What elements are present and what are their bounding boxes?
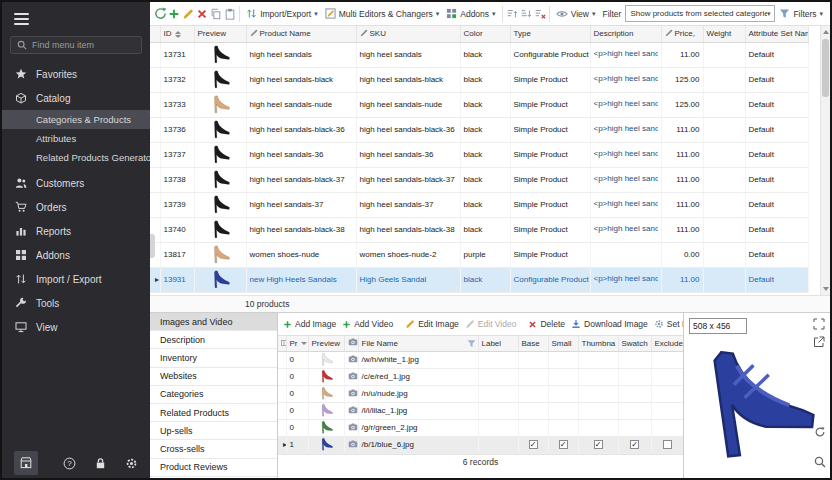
delete-product-button[interactable] [196,4,209,24]
filters-menu[interactable]: Filters▾ [776,6,826,21]
column-header-sku[interactable]: SKU [356,26,460,42]
column-header-file-name[interactable]: File Name [358,336,478,351]
sidebar-item-categories-products[interactable]: Categories & Products [2,110,150,129]
sidebar-item-favorites[interactable]: Favorites [2,62,150,86]
product-row[interactable]: 13817 women shoes-nude women shoes-nude-… [150,242,808,267]
column-header-weight[interactable]: Weight [703,26,745,42]
settings-button[interactable] [125,457,138,470]
delete-image-button[interactable]: Delete [526,317,567,331]
sidebar-item-tools[interactable]: Tools [2,291,150,315]
detail-tab[interactable]: Inventory [150,349,277,367]
addons-menu[interactable]: Addons▾ [443,6,498,21]
column-header-label[interactable]: Label [478,336,518,351]
sidebar-search-input[interactable] [32,40,135,50]
detail-tab[interactable]: Up-sells [150,422,277,440]
media-row[interactable]: 0 /w/h/white_1.jpg [278,351,683,368]
product-row[interactable]: 13733 high heel sandals-nude high heel s… [150,92,808,117]
fullscreen-button[interactable] [813,318,825,330]
column-header-base[interactable]: Base [518,336,548,351]
product-row[interactable]: 13737 high heel sandals-36 high heel san… [150,142,808,167]
product-row[interactable]: 13738 high heel sandals-black-37 high he… [150,167,808,192]
sidebar-item-reports[interactable]: Reports [2,219,150,243]
column-header-product-name[interactable]: Product Name [246,26,356,42]
scrollbar-thumb[interactable] [822,39,829,97]
column-header-description[interactable]: Description [590,26,661,42]
column-header-small[interactable]: Small [548,336,578,351]
zoom-button[interactable] [814,456,826,468]
sidebar-item-view[interactable]: View [2,315,150,339]
refresh-button[interactable] [154,4,167,24]
detail-tab[interactable]: Related Products [150,404,277,422]
funnel-icon[interactable] [467,339,476,348]
sidebar-item-addons[interactable]: Addons [2,243,150,267]
image-size-field[interactable] [689,318,747,334]
media-row[interactable]: 0 /g/r/green_2.jpg [278,419,683,436]
rotate-button[interactable] [814,426,826,438]
product-row[interactable]: 13736 high heel sandals-black-36 high he… [150,117,808,142]
add-image-button[interactable]: Add Image [281,317,338,331]
base-checkbox[interactable] [529,440,538,449]
detail-tab[interactable]: Description [150,331,277,349]
edit-image-button[interactable]: Edit Image [403,317,461,331]
sidebar-splitter-handle[interactable] [150,234,155,258]
product-row[interactable]: 13731 high heel sandals high heel sandal… [150,42,808,67]
detail-tab[interactable]: Product Reviews [150,459,277,477]
detail-tab[interactable]: Cross-sells [150,440,277,458]
column-header-id[interactable]: ID [160,26,194,42]
exclude-checkbox[interactable] [663,440,672,449]
product-row[interactable]: 13732 high heel sandals-black high heel … [150,67,808,92]
column-header-swatch[interactable]: Swatch [618,336,651,351]
copy-button[interactable] [210,4,223,24]
sidebar-item-customers[interactable]: Customers [2,171,150,195]
product-row[interactable]: 13739 high heel sandals-37 high heel san… [150,192,808,217]
column-header-exclude[interactable]: Exclude [651,336,683,351]
column-header-thumbnail[interactable]: Thumbna [578,336,618,351]
store-button[interactable] [14,451,38,475]
media-row[interactable]: 1 /b/1/blue_6.jpg [278,436,683,453]
column-header-type[interactable]: Type [510,26,590,42]
add-video-button[interactable]: Add Video [340,317,395,331]
scroll-up-icon[interactable] [823,30,829,34]
small-checkbox[interactable] [559,440,568,449]
add-product-button[interactable] [168,4,181,24]
scroll-down-icon[interactable] [823,287,829,291]
set-resize-rule-button[interactable]: Set Resize Rule▾ [652,317,683,331]
filter-select[interactable]: Show products from selected categories ▾ [625,5,775,22]
paste-button[interactable] [224,4,237,24]
media-row[interactable]: 0 /c/e/red_1.jpg [278,368,683,385]
column-header-camera[interactable] [344,336,358,351]
product-row[interactable]: 13931 new High Heels Sandals High Geels … [150,267,808,292]
lock-button[interactable] [94,457,107,470]
product-row[interactable]: 13740 high heel sandals-black-38 high he… [150,217,808,242]
column-header-preview[interactable]: Preview [194,26,246,42]
column-header-preview[interactable]: Preview [308,336,344,351]
media-row[interactable]: 0 /n/u/nude.jpg [278,385,683,402]
detail-tab[interactable]: Websites [150,368,277,386]
vertical-scrollbar[interactable] [820,26,830,295]
sidebar-item-import-export[interactable]: Import / Export [2,267,150,291]
view-menu[interactable]: View▾ [553,6,599,22]
sidebar-item-related-products-generator[interactable]: Related Products Generator [2,148,150,167]
sidebar-item-catalog[interactable]: Catalog [2,86,150,110]
detail-tab[interactable]: Categories [150,386,277,404]
edit-product-button[interactable] [182,4,195,24]
sort-asc-button[interactable] [505,4,518,24]
column-header-color[interactable]: Color [460,26,510,42]
column-header-attr-set[interactable]: Attribute Set Name [745,26,808,42]
detail-tab[interactable]: Images and Video [150,313,277,331]
help-button[interactable]: ? [63,457,76,470]
download-image-button[interactable]: Download Image [569,317,650,331]
multi-editors-menu[interactable]: Multi Editors & Changers▾ [322,6,443,21]
sidebar-item-attributes[interactable]: Attributes [2,129,150,148]
sidebar-item-orders[interactable]: Orders [2,195,150,219]
column-header-position[interactable]: Pr [286,336,308,351]
swatch-checkbox[interactable] [630,440,639,449]
menu-icon[interactable] [2,2,150,34]
import-export-menu[interactable]: Import/Export▾ [243,6,321,21]
open-external-button[interactable] [813,336,825,348]
column-header-price[interactable]: Price, [661,26,703,42]
clear-sort-button[interactable] [533,4,546,24]
media-row[interactable]: 0 /l/i/lilac_1.jpg [278,402,683,419]
sort-desc-button[interactable] [519,4,532,24]
thumbnail-checkbox[interactable] [594,440,603,449]
